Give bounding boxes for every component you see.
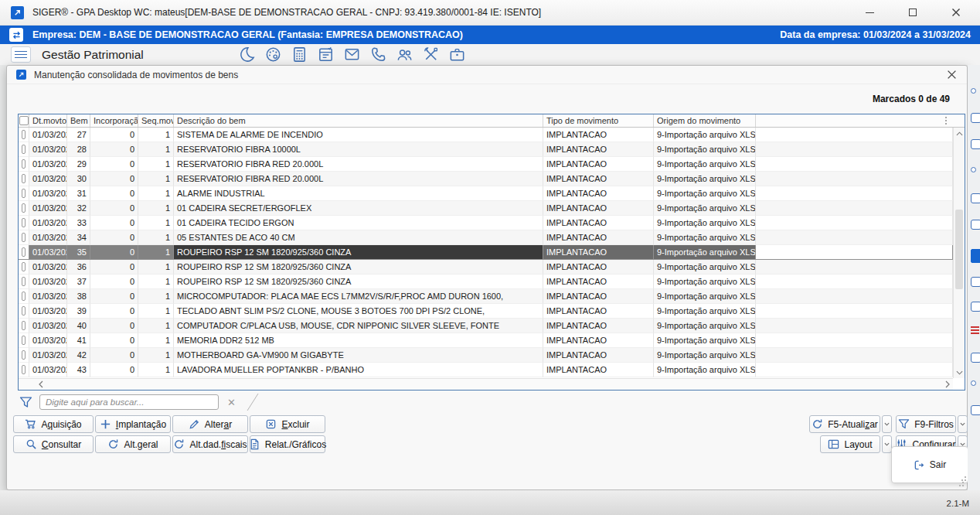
- schedule-icon[interactable]: [317, 46, 335, 63]
- row-checkbox[interactable]: [22, 233, 26, 242]
- docked-icon-fragment[interactable]: [971, 220, 980, 230]
- docked-icon-fragment[interactable]: [971, 405, 980, 415]
- row-checkbox[interactable]: [22, 277, 26, 286]
- table-row[interactable]: 01/03/20244001COMPUTADOR C/PLACA USB, MO…: [19, 319, 953, 333]
- alt-geral-button[interactable]: Alt.geral: [95, 435, 171, 453]
- table-row[interactable]: 01/03/2024340105 ESTANTES DE ACO 40 CMIM…: [19, 230, 953, 245]
- calculator-icon[interactable]: [291, 46, 308, 63]
- docked-icon-fragment[interactable]: [971, 88, 976, 94]
- phone-icon[interactable]: [369, 46, 387, 63]
- table-row[interactable]: 01/03/20243101ALARME INDUSTRIALIMPLANTAC…: [19, 186, 953, 201]
- row-checkbox[interactable]: [22, 262, 26, 271]
- table-row[interactable]: 01/03/20242801RESERVATORIO FIBRA 10000LI…: [19, 142, 953, 157]
- close-button[interactable]: [948, 4, 965, 21]
- menu-hamburger-icon[interactable]: [11, 46, 31, 63]
- row-checkbox[interactable]: [22, 350, 26, 360]
- tools-icon[interactable]: [422, 46, 440, 63]
- table-row[interactable]: 01/03/20243901TECLADO ABNT SLIM PS/2 CLO…: [19, 304, 953, 319]
- col-dt-movto[interactable]: Dt.movto: [29, 114, 67, 127]
- briefcase-icon[interactable]: [448, 46, 466, 63]
- col-origem-movimento[interactable]: Origem do movimento: [654, 114, 756, 127]
- grid-options-icon[interactable]: [942, 117, 950, 126]
- f9-filtros-dropdown[interactable]: [958, 415, 968, 433]
- users-icon[interactable]: [396, 46, 413, 63]
- row-checkbox[interactable]: [22, 218, 26, 227]
- filter-funnel-icon[interactable]: [19, 396, 32, 409]
- col-descricao[interactable]: Descrição do bem: [174, 114, 543, 127]
- search-input[interactable]: [39, 394, 219, 410]
- row-checkbox[interactable]: [22, 159, 26, 169]
- f5-atualizar-dropdown[interactable]: [882, 415, 892, 433]
- vertical-scroll-thumb[interactable]: [955, 210, 963, 289]
- dialog-close-icon[interactable]: [944, 67, 959, 83]
- maximize-button[interactable]: [904, 4, 921, 21]
- docked-icon-fragment[interactable]: [971, 139, 980, 149]
- table-row[interactable]: 01/03/20243801MICROCOMPUTADOR: PLACA MAE…: [19, 289, 953, 304]
- sair-panel[interactable]: Sair: [891, 446, 968, 483]
- tab-edge: [246, 393, 260, 411]
- table-row[interactable]: 01/03/20242901RESERVATORIO FIBRA RED 20.…: [19, 157, 953, 172]
- row-checkbox[interactable]: [22, 130, 26, 139]
- scroll-right-icon[interactable]: [945, 377, 950, 391]
- docked-icon-fragment[interactable]: [971, 167, 976, 172]
- vertical-scrollbar[interactable]: [953, 128, 965, 378]
- minimize-button[interactable]: [861, 4, 878, 21]
- palette-icon[interactable]: [264, 46, 282, 63]
- table-cell: 42: [67, 348, 90, 363]
- col-seq-movto[interactable]: Seq.movto: [138, 114, 174, 127]
- table-row[interactable]: 01/03/20243601ROUPEIRO RSP 12 SM 1820/92…: [19, 260, 953, 275]
- alterar-button[interactable]: Alterar: [172, 415, 248, 433]
- sair-button[interactable]: Sair: [930, 459, 946, 470]
- row-checkbox[interactable]: [22, 145, 26, 154]
- docked-icon-fragment[interactable]: [971, 380, 976, 386]
- row-checkbox[interactable]: [22, 306, 26, 315]
- row-checkbox[interactable]: [22, 247, 26, 257]
- row-checkbox[interactable]: [22, 365, 26, 374]
- row-checkbox[interactable]: [22, 321, 26, 330]
- table-row[interactable]: 01/03/2024320101 CADEIRA SECRET/ERGOFLEX…: [19, 201, 953, 216]
- table-row[interactable]: 01/03/20243701ROUPEIRO RSP 12 SM 1820/92…: [19, 275, 953, 289]
- row-checkbox[interactable]: [22, 292, 26, 301]
- horizontal-scrollbar[interactable]: [19, 378, 953, 390]
- company-switch-icon[interactable]: [9, 28, 23, 42]
- implantacao-button[interactable]: Implantação: [95, 415, 171, 433]
- mail-icon[interactable]: [343, 46, 361, 63]
- table-row[interactable]: 01/03/20244201MOTHERBOARD GA-VM900 M GIG…: [19, 348, 953, 363]
- table-row[interactable]: 01/03/20244301LAVADORA MUELLER POPTANKBR…: [19, 363, 953, 377]
- scroll-up-icon[interactable]: [954, 128, 965, 139]
- f9-filtros-button[interactable]: F9-Filtros: [896, 415, 956, 433]
- scroll-down-icon[interactable]: [954, 367, 965, 378]
- table-row[interactable]: 01/03/2024330101 CADEIRA TECIDO ERGONIMP…: [19, 216, 953, 230]
- docked-icon-fragment[interactable]: [971, 326, 979, 335]
- bens-table: Dt.movto Bem Incorporação Seq.movto Desc…: [18, 114, 965, 391]
- docked-icon-fragment[interactable]: [971, 353, 980, 363]
- alt-dad-fiscais-button[interactable]: Alt.dad.fiscais: [172, 435, 248, 453]
- row-checkbox[interactable]: [22, 336, 26, 345]
- row-checkbox[interactable]: [22, 189, 26, 198]
- consultar-button[interactable]: Consultar: [13, 435, 94, 453]
- layout-button[interactable]: Layout: [820, 435, 880, 453]
- docked-icon-fragment[interactable]: [971, 277, 980, 287]
- relat-graficos-button[interactable]: Relat./Gráficos: [250, 435, 325, 453]
- row-checkbox[interactable]: [22, 174, 26, 183]
- docked-icon-fragment-active[interactable]: [971, 249, 980, 263]
- select-all-checkbox[interactable]: [19, 114, 29, 127]
- row-checkbox[interactable]: [22, 203, 26, 213]
- table-row[interactable]: 01/03/20243501ROUPEIRO RSP 12 SM 1820/92…: [19, 245, 953, 260]
- table-row[interactable]: 01/03/20242701SISTEMA DE ALARME DE INCEN…: [19, 128, 953, 142]
- moon-icon[interactable]: [238, 46, 256, 63]
- dialog-resize-grip[interactable]: [958, 480, 964, 486]
- aquisicao-button[interactable]: Aquisição: [13, 415, 94, 433]
- col-tipo-movimento[interactable]: Tipo de movimento: [543, 114, 654, 127]
- excluir-button[interactable]: Excluir: [250, 415, 325, 433]
- table-row[interactable]: 01/03/20244101MEMORIA DDR2 512 MBIMPLANT…: [19, 333, 953, 348]
- docked-icon-fragment[interactable]: [971, 193, 980, 203]
- clear-search-icon[interactable]: ✕: [226, 397, 237, 408]
- col-bem[interactable]: Bem: [67, 114, 90, 127]
- docked-icon-fragment[interactable]: [971, 302, 980, 312]
- scroll-left-icon[interactable]: [39, 377, 43, 391]
- table-row[interactable]: 01/03/20243001RESERVATORIO FIBRA RED 20.…: [19, 172, 953, 186]
- docked-icon-fragment[interactable]: [971, 113, 980, 123]
- f5-atualizar-button[interactable]: F5-Atualizar: [809, 415, 880, 433]
- col-incorporacao[interactable]: Incorporação: [90, 114, 138, 127]
